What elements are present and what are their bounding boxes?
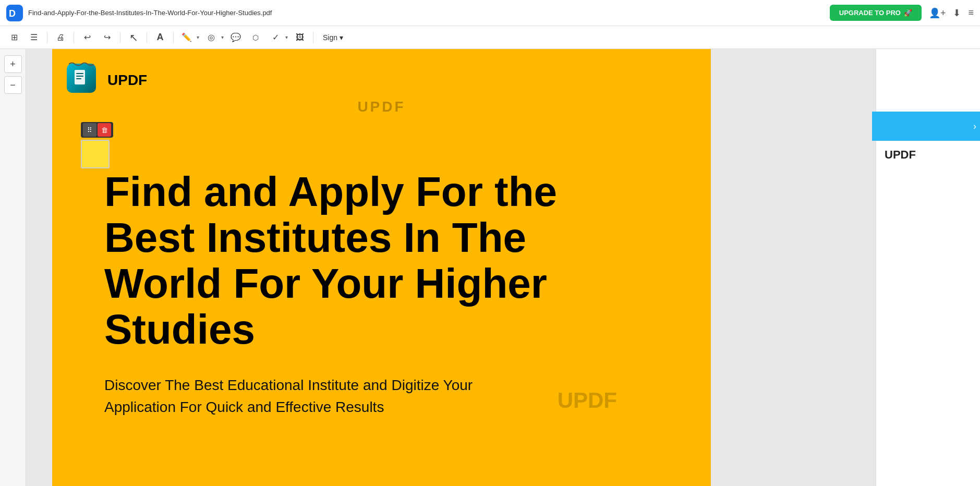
sticky-drag-handle[interactable]: ⠿ bbox=[83, 123, 96, 137]
sticky-toolbar: ⠿ 🗑 bbox=[81, 122, 113, 138]
highlighter-tool-group[interactable]: ◎ ▾ bbox=[202, 29, 225, 46]
separator-6 bbox=[313, 32, 313, 43]
file-title: Find-and-Apply-For-the-Best-Institutes-I… bbox=[28, 9, 272, 17]
svg-rect-4 bbox=[76, 76, 83, 77]
eraser-button[interactable]: ⬡ bbox=[247, 29, 264, 46]
text-button[interactable]: A bbox=[151, 29, 169, 46]
zoom-panel: + − bbox=[0, 49, 26, 486]
comment-button[interactable]: 💬 bbox=[227, 29, 245, 46]
app-logo: D bbox=[6, 5, 23, 21]
zoom-in-button[interactable]: + bbox=[4, 55, 22, 73]
sticky-note[interactable] bbox=[81, 140, 110, 168]
pdf-subtext: Discover The Best Educational Institute … bbox=[104, 374, 476, 418]
right-panel: › UPDF bbox=[876, 49, 980, 486]
print-button[interactable]: 🖨 bbox=[52, 29, 69, 46]
title-bar: D Find-and-Apply-For-the-Best-Institutes… bbox=[0, 0, 980, 26]
sign-button[interactable]: Sign ▾ bbox=[318, 31, 348, 44]
download-icon[interactable]: ⬇ bbox=[953, 7, 961, 19]
svg-rect-2 bbox=[75, 70, 85, 84]
page-view-button[interactable]: ☰ bbox=[25, 29, 43, 46]
highlighter-button[interactable]: ◎ bbox=[202, 29, 220, 46]
pen-tool-group[interactable]: ✏️ ▾ bbox=[178, 29, 200, 46]
sticky-delete-button[interactable]: 🗑 bbox=[98, 123, 111, 137]
checkmark-tool-group[interactable]: ✓ ▾ bbox=[267, 29, 289, 46]
watermark-center: UPDF bbox=[357, 99, 405, 115]
watermark-bottom-right: UPDF bbox=[558, 388, 617, 413]
checkmark-arrow[interactable]: ▾ bbox=[284, 34, 289, 40]
menu-icon[interactable]: ≡ bbox=[968, 7, 974, 18]
main-content: + − bbox=[0, 49, 980, 486]
undo-button[interactable]: ↩ bbox=[78, 29, 96, 46]
separator-1 bbox=[47, 32, 47, 43]
grid-view-button[interactable]: ⊞ bbox=[5, 29, 23, 46]
pdf-heading: Find and Apply For the Best Institutes I… bbox=[104, 169, 627, 353]
upgrade-label: UPGRADE TO PRO bbox=[839, 9, 901, 17]
separator-5 bbox=[173, 32, 174, 43]
image-button[interactable]: 🖼 bbox=[291, 29, 309, 46]
separator-4 bbox=[147, 32, 147, 43]
zoom-out-button[interactable]: − bbox=[4, 76, 22, 94]
toolbar: ⊞ ☰ 🖨 ↩ ↪ ↖ A ✏️ ▾ ◎ ▾ 💬 ⬡ ✓ ▾ 🖼 Sign ▾ bbox=[0, 26, 980, 49]
pdf-area: UPDF ⠿ 🗑 UPDF Find and Apply For the Bes… bbox=[26, 49, 876, 486]
sign-label: Sign bbox=[323, 33, 337, 42]
pdf-logo-text: UPDF bbox=[107, 72, 147, 89]
title-bar-left: D Find-and-Apply-For-the-Best-Institutes… bbox=[6, 5, 272, 21]
pdf-page: UPDF ⠿ 🗑 UPDF Find and Apply For the Bes… bbox=[52, 49, 711, 486]
svg-text:D: D bbox=[9, 8, 16, 19]
pdf-logo-area: UPDF bbox=[67, 64, 147, 97]
upgrade-button[interactable]: UPGRADE TO PRO 🚀 bbox=[830, 5, 922, 21]
svg-rect-5 bbox=[76, 78, 81, 79]
checkmark-button[interactable]: ✓ bbox=[267, 29, 284, 46]
pdf-logo-pill: UPDF bbox=[67, 64, 147, 97]
redo-button[interactable]: ↪ bbox=[98, 29, 116, 46]
right-blue-tab[interactable]: › bbox=[872, 112, 980, 141]
separator-3 bbox=[120, 32, 120, 43]
svg-rect-3 bbox=[76, 73, 83, 74]
right-tab-chevron: › bbox=[973, 121, 976, 132]
sign-arrow: ▾ bbox=[340, 33, 343, 42]
add-user-icon[interactable]: 👤+ bbox=[929, 7, 946, 19]
pen-button[interactable]: ✏️ bbox=[178, 29, 196, 46]
right-updf-label: UPDF bbox=[885, 148, 916, 162]
separator-2 bbox=[74, 32, 74, 43]
title-bar-right: UPGRADE TO PRO 🚀 👤+ ⬇ ≡ bbox=[830, 5, 974, 21]
select-button[interactable]: ↖ bbox=[125, 29, 142, 46]
pen-arrow[interactable]: ▾ bbox=[196, 34, 200, 40]
sticky-widget: ⠿ 🗑 bbox=[81, 122, 113, 168]
highlighter-arrow[interactable]: ▾ bbox=[220, 34, 225, 40]
rocket-icon: 🚀 bbox=[904, 9, 912, 17]
